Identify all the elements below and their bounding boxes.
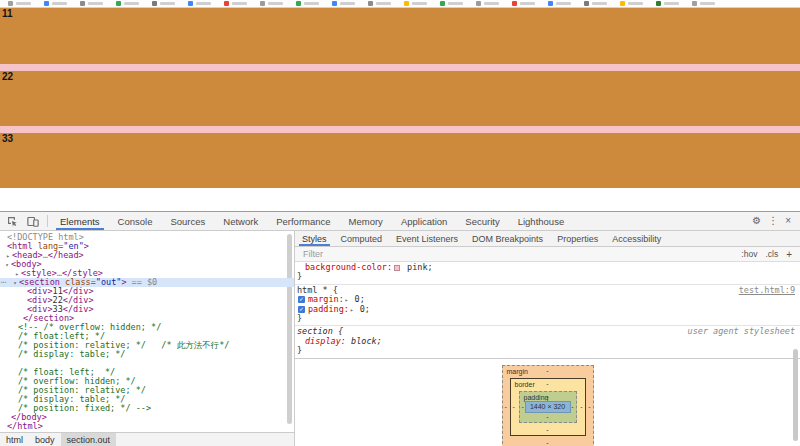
- bookmark-item[interactable]: [224, 1, 247, 6]
- styles-tab-accessibility[interactable]: Accessibility: [605, 231, 668, 246]
- device-toolbar-icon[interactable]: [27, 216, 39, 227]
- devtools-tab-memory[interactable]: Memory: [340, 212, 392, 230]
- code-token: </html>: [7, 421, 43, 431]
- bookmark-favicon-icon: [368, 1, 373, 6]
- bookmark-item[interactable]: [512, 1, 535, 6]
- padding-bottom-value[interactable]: -: [520, 413, 576, 421]
- styles-tab-properties[interactable]: Properties: [550, 231, 605, 246]
- bookmark-item[interactable]: [8, 1, 31, 6]
- css-selector-line[interactable]: html * {test.html:9: [295, 286, 800, 295]
- border-top-value[interactable]: -: [511, 380, 585, 388]
- bookmark-label-stub: [448, 2, 463, 5]
- bookmark-item[interactable]: [152, 1, 175, 6]
- devtools-tab-security[interactable]: Security: [456, 212, 508, 230]
- toggle-cls-button[interactable]: .cls: [765, 249, 778, 259]
- border-right-value[interactable]: -: [580, 403, 582, 411]
- margin-top-value[interactable]: -: [503, 367, 593, 375]
- bookmark-item[interactable]: [692, 1, 715, 6]
- page-section-div: 33: [0, 133, 800, 188]
- margin-right-value[interactable]: -: [588, 403, 590, 411]
- bookmark-item[interactable]: [116, 1, 139, 6]
- margin-left-value[interactable]: -: [505, 403, 507, 411]
- styles-tab-dom-breakpoints[interactable]: DOM Breakpoints: [465, 231, 550, 246]
- padding-left-value[interactable]: -: [522, 403, 524, 411]
- devtools-tab-sources[interactable]: Sources: [161, 212, 214, 230]
- devtools-tab-performance[interactable]: Performance: [267, 212, 339, 230]
- page-div-text: 22: [0, 71, 800, 82]
- breadcrumb-item-section-out[interactable]: section.out: [61, 433, 117, 446]
- styles-tab-styles[interactable]: Styles: [295, 231, 334, 246]
- code-token: >: [84, 241, 89, 251]
- padding-top-value[interactable]: -: [520, 393, 576, 401]
- bookmark-item[interactable]: [368, 1, 391, 6]
- bookmark-item[interactable]: [44, 1, 67, 6]
- bookmark-favicon-icon: [512, 1, 517, 6]
- css-declaration[interactable]: background-color: pink;: [295, 263, 800, 272]
- border-bottom-value[interactable]: -: [511, 426, 585, 434]
- dom-tree-row[interactable]: ▸<head>…</head>: [0, 251, 294, 260]
- toggle-hov-button[interactable]: :hov: [741, 249, 757, 259]
- styles-filter-input[interactable]: Filter: [303, 249, 323, 259]
- breadcrumb-item-html[interactable]: html: [0, 433, 29, 446]
- new-style-rule-button[interactable]: +: [786, 249, 792, 260]
- bookmark-item[interactable]: [548, 1, 571, 6]
- devtools-tab-lighthouse[interactable]: Lighthouse: [509, 212, 573, 230]
- more-options-icon[interactable]: ⋮: [768, 216, 778, 226]
- bookmark-item[interactable]: [260, 1, 283, 6]
- breadcrumb-item-body[interactable]: body: [29, 433, 61, 446]
- bookmark-item[interactable]: [404, 1, 427, 6]
- devtools-panel: ElementsConsoleSourcesNetworkPerformance…: [0, 211, 800, 446]
- bookmark-item[interactable]: [620, 1, 643, 6]
- box-model-section: margin - - - - border - - - - padding: [295, 358, 800, 446]
- dom-tree-row[interactable]: /* display: table; */: [0, 350, 294, 359]
- bookmark-favicon-icon: [116, 1, 121, 6]
- close-devtools-icon[interactable]: ×: [785, 216, 791, 226]
- devtools-tab-elements[interactable]: Elements: [51, 212, 109, 230]
- devtools-tab-application[interactable]: Application: [392, 212, 456, 230]
- css-declaration[interactable]: ✓margin:▸ 0;: [295, 295, 800, 304]
- styles-panel: StylesComputedEvent ListenersDOM Breakpo…: [295, 231, 800, 446]
- color-swatch-icon[interactable]: [394, 265, 400, 271]
- box-model-border: border - - - - padding - - - - 14: [510, 378, 586, 436]
- devtools-tab-console[interactable]: Console: [109, 212, 162, 230]
- settings-gear-icon[interactable]: ⚙: [752, 216, 761, 226]
- bookmark-item[interactable]: [656, 1, 679, 6]
- page-white-area: [0, 188, 800, 211]
- code-token: "out": [96, 277, 122, 287]
- bookmark-label-stub: [592, 2, 607, 5]
- css-rule-close-brace: }: [295, 346, 800, 355]
- devtools-tab-network[interactable]: Network: [214, 212, 267, 230]
- bookmark-item[interactable]: [584, 1, 607, 6]
- bookmark-item[interactable]: [80, 1, 103, 6]
- bookmark-item[interactable]: [440, 1, 463, 6]
- declaration-checkbox[interactable]: ✓: [298, 296, 305, 303]
- margin-bottom-value[interactable]: -: [503, 439, 593, 446]
- bookmark-item[interactable]: [332, 1, 355, 6]
- dom-tree-row[interactable]: </body>: [0, 413, 294, 422]
- expand-arrow-icon[interactable]: ▾: [11, 278, 19, 287]
- styles-tab-computed[interactable]: Computed: [334, 231, 390, 246]
- pink-gap: [0, 64, 800, 71]
- bookmark-label-stub: [304, 2, 319, 5]
- stylesheet-source-link[interactable]: test.html:9: [739, 286, 800, 295]
- css-declaration[interactable]: ✓padding:▸ 0;: [295, 305, 800, 314]
- bookmark-favicon-icon: [692, 1, 697, 6]
- css-declaration[interactable]: display: block;: [295, 337, 800, 346]
- bookmark-item[interactable]: [476, 1, 499, 6]
- bookmark-item[interactable]: [188, 1, 211, 6]
- box-model-margin: margin - - - - border - - - - padding: [502, 365, 594, 446]
- inspect-element-icon[interactable]: [7, 216, 18, 227]
- expand-arrow-icon[interactable]: ▾: [3, 260, 11, 269]
- bookmark-favicon-icon: [188, 1, 193, 6]
- page-div-text: 33: [0, 133, 800, 144]
- bookmark-item[interactable]: [296, 1, 319, 6]
- dom-tree-row[interactable]: </html>: [0, 422, 294, 431]
- css-property-name: background-color:: [305, 263, 392, 272]
- padding-right-value[interactable]: -: [571, 403, 573, 411]
- border-left-value[interactable]: -: [513, 403, 515, 411]
- styles-tab-event-listeners[interactable]: Event Listeners: [389, 231, 465, 246]
- declaration-checkbox[interactable]: ✓: [298, 306, 305, 313]
- bookmark-label-stub: [88, 2, 103, 5]
- styles-scrollbar[interactable]: [793, 349, 798, 441]
- bookmark-label-stub: [700, 2, 715, 5]
